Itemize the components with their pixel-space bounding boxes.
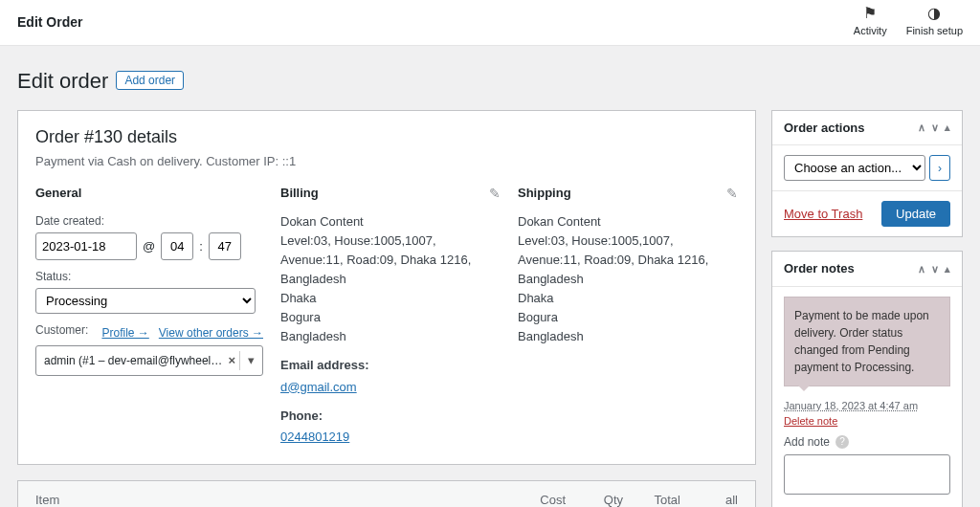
delete-note-link[interactable]: Delete note xyxy=(784,415,837,427)
finish-setup-tool[interactable]: ◑ Finish setup xyxy=(906,6,963,39)
status-select[interactable]: Processing xyxy=(35,288,256,314)
order-details-subtitle: Payment via Cash on delivery. Customer I… xyxy=(35,152,738,171)
order-actions-panel: Order actions ∧ ∨ ▴ Choose an action... xyxy=(771,110,963,238)
run-action-button[interactable]: › xyxy=(929,155,950,181)
hour-input[interactable] xyxy=(161,232,193,261)
profile-link[interactable]: Profile → xyxy=(101,326,148,340)
customer-select[interactable]: admin (#1 – dev-email@flywheel.local) × … xyxy=(35,345,263,376)
customer-label: Customer: xyxy=(35,321,88,339)
customer-clear-icon[interactable]: × xyxy=(224,351,239,370)
date-input[interactable] xyxy=(35,232,137,261)
billing-column: ✎ Billing Dokan Content Level:03, House:… xyxy=(280,184,501,447)
panel-down-icon[interactable]: ∨ xyxy=(931,261,939,277)
order-notes-panel: Order notes ∧ ∨ ▴ Payment to be made upo… xyxy=(771,251,963,507)
panel-down-icon[interactable]: ∨ xyxy=(931,120,939,136)
items-panel: Item Cost Qty Total all 🧢 Dummy Beanie S… xyxy=(17,480,756,507)
help-icon[interactable]: ? xyxy=(835,435,849,449)
minute-input[interactable] xyxy=(209,232,241,261)
col-tax: all xyxy=(680,491,738,507)
note-item: Payment to be made upon delivery. Order … xyxy=(784,297,950,386)
shipping-column: ✎ Shipping Dokan Content Level:03, House… xyxy=(518,184,738,447)
order-action-select[interactable]: Choose an action... xyxy=(784,155,925,181)
billing-phone-link[interactable]: 0244801219 xyxy=(280,430,349,444)
col-total: Total xyxy=(623,491,680,507)
flag-icon: ⚑ xyxy=(854,6,887,21)
col-qty: Qty xyxy=(566,491,623,507)
date-created-label: Date created: xyxy=(35,212,263,230)
update-button[interactable]: Update xyxy=(881,201,950,227)
shipping-heading: Shipping xyxy=(518,184,738,203)
page-title-strip: Edit Order xyxy=(17,12,82,33)
page-title: Edit order xyxy=(17,65,108,97)
view-other-orders-link[interactable]: View other orders → xyxy=(159,326,263,340)
chevron-down-icon[interactable]: ▾ xyxy=(239,351,255,370)
billing-heading: Billing xyxy=(280,184,501,203)
edit-billing-icon[interactable]: ✎ xyxy=(489,184,501,204)
general-column: General Date created: @ : xyxy=(35,184,263,447)
edit-shipping-icon[interactable]: ✎ xyxy=(726,184,738,204)
status-label: Status: xyxy=(35,268,263,285)
panel-up-icon[interactable]: ∧ xyxy=(918,120,925,136)
col-item: Item xyxy=(35,491,508,507)
billing-email-link[interactable]: d@gmail.com xyxy=(280,380,357,394)
order-details-panel: Order #130 details Payment via Cash on d… xyxy=(17,110,756,466)
progress-icon: ◑ xyxy=(906,6,963,21)
add-order-button[interactable]: Add order xyxy=(116,71,184,90)
col-cost: Cost xyxy=(508,491,566,507)
move-to-trash-link[interactable]: Move to Trash xyxy=(784,205,862,224)
add-note-textarea[interactable] xyxy=(784,454,950,495)
panel-toggle-icon[interactable]: ▴ xyxy=(945,120,950,136)
general-heading: General xyxy=(35,184,263,203)
order-details-title: Order #130 details xyxy=(35,124,738,150)
activity-tool[interactable]: ⚑ Activity xyxy=(854,6,887,39)
panel-up-icon[interactable]: ∧ xyxy=(918,261,925,277)
panel-toggle-icon[interactable]: ▴ xyxy=(945,261,950,277)
